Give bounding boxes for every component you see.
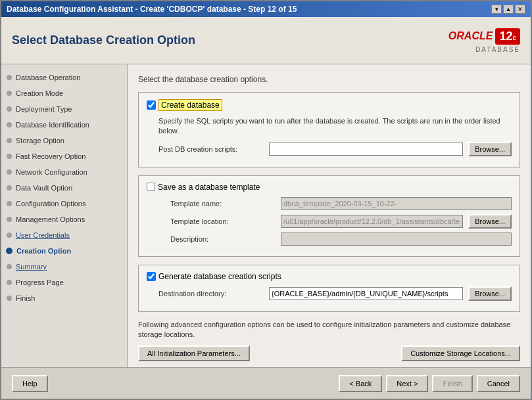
create-db-label[interactable]: Create database — [158, 99, 222, 111]
sidebar-dot — [7, 264, 12, 269]
save-template-row: Save as a database template — [147, 183, 512, 192]
sidebar-label-management-options: Management Options — [16, 214, 85, 225]
sidebar-item-finish[interactable]: Finish — [1, 290, 127, 306]
sidebar-label-data-vault: Data Vault Option — [16, 183, 72, 193]
sidebar-label-configuration-options: Configuration Options — [16, 198, 85, 209]
help-button[interactable]: Help — [12, 375, 48, 392]
save-template-label[interactable]: Save as a database template — [158, 183, 260, 192]
sidebar-label-summary: Summary — [16, 261, 47, 272]
template-name-row: Template name: — [170, 197, 512, 210]
bottom-buttons-area: All Initialization Parameters... Customi… — [138, 345, 520, 361]
advanced-desc: Following advanced configuration options… — [138, 320, 520, 340]
main-content: Database Operation Creation Mode Deploym… — [1, 64, 531, 367]
sidebar-label-storage-option: Storage Option — [16, 135, 64, 146]
sidebar-item-storage-option[interactable]: Storage Option — [1, 133, 127, 148]
next-button[interactable]: Next > — [386, 375, 428, 392]
generate-scripts-row: Generate database creation scripts — [147, 272, 512, 281]
sidebar-item-network-configuration[interactable]: Network Configuration — [1, 164, 127, 180]
post-db-input[interactable] — [269, 143, 463, 156]
sidebar-dot — [7, 154, 12, 159]
destination-browse-button[interactable]: Browse... — [468, 286, 512, 301]
oracle-logo-text: ORACLE 12c — [448, 28, 520, 45]
content-intro: Select the database creation options. — [138, 75, 520, 84]
sidebar-item-configuration-options[interactable]: Configuration Options — [1, 196, 127, 211]
template-name-input[interactable] — [281, 197, 512, 210]
sidebar-dot — [7, 106, 12, 112]
footer-bar: Help < Back Next > Finish Cancel — [1, 367, 531, 399]
template-section: Template name: Template location: Browse… — [158, 197, 512, 246]
destination-row: Destination directory: Browse... — [158, 286, 512, 301]
footer-nav: < Back Next > Finish Cancel — [339, 375, 520, 392]
post-db-browse-button[interactable]: Browse... — [468, 142, 512, 156]
sidebar-label-database-identification: Database Identification — [16, 120, 89, 130]
description-label: Description: — [170, 235, 276, 243]
main-window: Database Configuration Assistant - Creat… — [0, 0, 532, 400]
sidebar-label-network-configuration: Network Configuration — [16, 167, 87, 177]
destination-input[interactable] — [269, 287, 463, 300]
template-location-label: Template location: — [170, 217, 276, 225]
sidebar-label-progress-page: Progress Page — [16, 277, 64, 288]
title-bar-buttons: ▾ ▲ ✕ — [491, 5, 525, 14]
close-button[interactable]: ✕ — [515, 5, 525, 14]
sidebar-dot — [7, 296, 12, 301]
save-template-section: Save as a database template Template nam… — [138, 175, 520, 257]
generate-scripts-section: Generate database creation scripts Desti… — [138, 265, 520, 312]
sidebar: Database Operation Creation Mode Deploym… — [1, 64, 128, 367]
sidebar-item-progress-page[interactable]: Progress Page — [1, 275, 127, 290]
sidebar-label-finish: Finish — [16, 293, 35, 303]
sub-description: Specify the SQL scripts you want to run … — [158, 116, 512, 137]
init-params-button[interactable]: All Initialization Parameters... — [138, 345, 250, 361]
create-db-row: Create database — [147, 99, 512, 111]
sidebar-dot — [7, 75, 12, 80]
sidebar-item-data-vault[interactable]: Data Vault Option — [1, 180, 127, 196]
sidebar-item-deployment-type[interactable]: Deployment Type — [1, 101, 127, 117]
version-number: 12 — [499, 30, 512, 43]
generate-scripts-label[interactable]: Generate database creation scripts — [158, 272, 281, 281]
version-badge: 12c — [495, 28, 520, 45]
create-db-section: Create database Specify the SQL scripts … — [138, 92, 520, 167]
description-input[interactable] — [281, 233, 512, 246]
back-button[interactable]: < Back — [339, 375, 382, 392]
sidebar-label-user-credentials: User Credentials — [16, 230, 70, 240]
page-title: Select Database Creation Option — [12, 33, 195, 47]
sidebar-dot — [7, 185, 12, 190]
finish-button[interactable]: Finish — [432, 375, 472, 392]
title-bar: Database Configuration Assistant - Creat… — [1, 1, 531, 17]
sidebar-item-database-identification[interactable]: Database Identification — [1, 117, 127, 133]
sidebar-dot — [7, 280, 12, 285]
version-super: c — [512, 34, 516, 41]
window-title: Database Configuration Assistant - Creat… — [7, 5, 297, 14]
sidebar-item-summary[interactable]: Summary — [1, 259, 127, 275]
sidebar-label-deployment-type: Deployment Type — [16, 104, 72, 114]
sidebar-item-creation-option[interactable]: Creation Option — [1, 243, 127, 259]
save-template-checkbox[interactable] — [147, 183, 155, 191]
maximize-button[interactable]: ▲ — [503, 5, 514, 14]
sidebar-item-user-credentials[interactable]: User Credentials — [1, 227, 127, 243]
sidebar-item-fast-recovery[interactable]: Fast Recovery Option — [1, 148, 127, 164]
template-name-label: Template name: — [170, 200, 276, 208]
sidebar-dot — [7, 91, 12, 96]
sidebar-label-creation-option: Creation Option — [16, 246, 71, 256]
sidebar-dot — [7, 138, 12, 143]
generate-scripts-checkbox[interactable] — [147, 272, 156, 281]
oracle-db-label: DATABASE — [475, 46, 520, 53]
customize-storage-button[interactable]: Customize Storage Locations... — [401, 345, 520, 361]
cancel-button[interactable]: Cancel — [477, 375, 520, 392]
sidebar-item-management-options[interactable]: Management Options — [1, 211, 127, 227]
template-location-row: Template location: Browse... — [170, 214, 512, 229]
oracle-brand-name: ORACLE — [448, 30, 493, 42]
sidebar-label-creation-mode: Creation Mode — [16, 88, 63, 99]
sidebar-item-database-operation[interactable]: Database Operation — [1, 70, 127, 85]
destination-label: Destination directory: — [158, 290, 264, 298]
content-area: Select the database creation options. Cr… — [128, 64, 531, 367]
sidebar-item-creation-mode[interactable]: Creation Mode — [1, 85, 127, 101]
description-row: Description: — [170, 233, 512, 246]
header-left: Select Database Creation Option — [12, 33, 195, 47]
minimize-button[interactable]: ▾ — [491, 5, 502, 14]
template-location-input[interactable] — [281, 215, 463, 228]
sidebar-dot — [7, 217, 12, 222]
template-browse-button[interactable]: Browse... — [468, 214, 512, 229]
create-db-checkbox[interactable] — [147, 100, 156, 110]
post-db-row: Post DB creation scripts: Browse... — [158, 142, 512, 156]
header-bar: Select Database Creation Option ORACLE 1… — [1, 17, 531, 64]
